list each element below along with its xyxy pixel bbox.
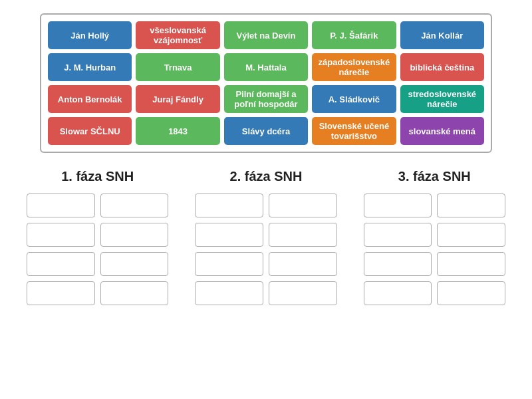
- faza1-dropbox-4-1[interactable]: [27, 281, 95, 305]
- faza3-dropbox-4-2[interactable]: [437, 281, 505, 305]
- faza3-dropbox-3-2[interactable]: [437, 252, 505, 276]
- faza1-row-2: [27, 223, 168, 247]
- faza1-row-1: [27, 194, 168, 217]
- faza1-dropbox-4-2[interactable]: [100, 281, 169, 305]
- tile-sladkovic[interactable]: A. Sládkovič: [312, 85, 396, 113]
- faza1-dropbox-2-1[interactable]: [27, 223, 95, 247]
- tile-kollar[interactable]: Ján Kollár: [400, 21, 484, 49]
- tile-pilni[interactable]: Pilní domajší a poľní hospodár: [224, 85, 308, 113]
- tile-jan-holly[interactable]: Ján Hollý: [48, 21, 132, 49]
- faza2-title: 2. fáza SNH: [230, 169, 303, 184]
- tile-biblicka[interactable]: biblická čeština: [400, 53, 484, 81]
- faza1-title: 1. fáza SNH: [61, 169, 134, 184]
- faza2-dropbox-3-1[interactable]: [195, 252, 263, 276]
- faza3-dropbox-1-2[interactable]: [437, 194, 505, 217]
- faza3-row-4: [364, 281, 505, 305]
- faza2-dropbox-1-2[interactable]: [269, 194, 337, 217]
- faza3-dropbox-1-1[interactable]: [364, 194, 432, 217]
- faza3-dropbox-3-1[interactable]: [364, 252, 432, 276]
- faza3-dropbox-4-1[interactable]: [364, 281, 432, 305]
- faza3-dropbox-2-1[interactable]: [364, 223, 432, 247]
- tile-slavy[interactable]: Slávy dcéra: [224, 117, 308, 145]
- tile-fandly[interactable]: Juraj Fándly: [136, 85, 219, 113]
- tile-slov-ucene[interactable]: Slovenské učené tovarišstvo: [312, 117, 396, 145]
- faza2-column: 2. fáza SNH: [195, 169, 336, 305]
- tile-slowar[interactable]: Slowar SČLNU: [48, 117, 132, 145]
- faza3-row-1: [364, 194, 505, 217]
- faza1-dropbox-3-1[interactable]: [27, 252, 95, 276]
- tiles-area: Ján Hollývšeslovanská vzájomnosťVýlet na…: [40, 13, 492, 153]
- faza2-dropbox-1-1[interactable]: [195, 194, 263, 217]
- faza1-dropbox-1-2[interactable]: [100, 194, 169, 217]
- tile-trnava[interactable]: Trnava: [136, 53, 219, 81]
- faza2-row-4: [195, 281, 336, 305]
- faza2-row-1: [195, 194, 336, 217]
- faza3-title: 3. fáza SNH: [398, 169, 471, 184]
- faza2-row-2: [195, 223, 336, 247]
- faza3-row-3: [364, 252, 505, 276]
- faza2-dropbox-2-1[interactable]: [195, 223, 263, 247]
- faza2-dropbox-4-2[interactable]: [269, 281, 337, 305]
- faza3-row-2: [364, 223, 505, 247]
- faza2-dropbox-4-1[interactable]: [195, 281, 263, 305]
- tile-vsesl[interactable]: všeslovanská vzájomnosť: [136, 21, 219, 49]
- faza2-dropbox-2-2[interactable]: [269, 223, 337, 247]
- tile-zapadosl[interactable]: západoslovenské nárečie: [312, 53, 396, 81]
- faza1-dropbox-3-2[interactable]: [100, 252, 169, 276]
- tile-vylet[interactable]: Výlet na Devín: [224, 21, 308, 49]
- faza2-dropbox-3-2[interactable]: [269, 252, 337, 276]
- faza1-column: 1. fáza SNH: [27, 169, 168, 305]
- tile-safarik[interactable]: P. J. Šafárik: [312, 21, 396, 49]
- drop-section: 1. fáza SNH2. fáza SNH3. fáza SNH: [27, 169, 505, 305]
- tile-slovanske[interactable]: slovanské mená: [400, 117, 484, 145]
- tile-hattala[interactable]: M. Hattala: [224, 53, 308, 81]
- faza1-dropbox-2-2[interactable]: [100, 223, 169, 247]
- tile-stredosl[interactable]: stredoslovenské nárečie: [400, 85, 484, 113]
- faza3-column: 3. fáza SNH: [364, 169, 505, 305]
- tile-year1843[interactable]: 1843: [136, 117, 219, 145]
- tile-hurban[interactable]: J. M. Hurban: [48, 53, 132, 81]
- faza1-row-4: [27, 281, 168, 305]
- tile-bernolak[interactable]: Anton Bernolák: [48, 85, 132, 113]
- faza1-dropbox-1-1[interactable]: [27, 194, 95, 217]
- faza3-dropbox-2-2[interactable]: [437, 223, 505, 247]
- faza1-row-3: [27, 252, 168, 276]
- faza2-row-3: [195, 252, 336, 276]
